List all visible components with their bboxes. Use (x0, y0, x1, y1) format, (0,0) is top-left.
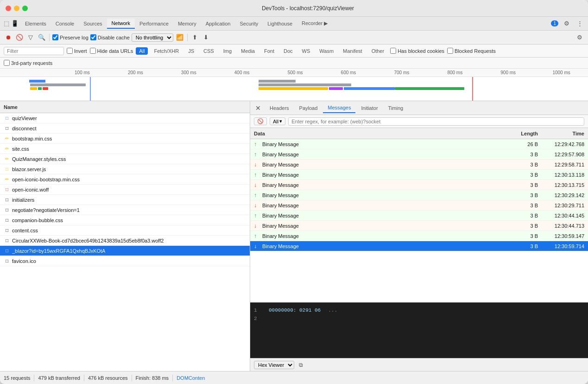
messages-table[interactable]: Data Length Time ↑ Binary Message 26 B 1… (250, 128, 588, 302)
message-row-10[interactable]: ↑ Binary Message 3 B 12:30:59.147 (250, 231, 588, 241)
main-content: Name □ quizViewer □ disconnect ✏ bootstr… (0, 101, 588, 371)
file-icon-js-blazor: □ (4, 166, 10, 173)
messages-clear-button[interactable]: 🚫 (254, 117, 267, 125)
invert-label[interactable]: Invert (67, 48, 87, 54)
file-row-blazor-js[interactable]: □ blazor.server.js (0, 164, 250, 174)
message-row-3[interactable]: ↓ Binary Message 3 B 12:29:58.711 (250, 160, 588, 170)
blocked-requests-checkbox[interactable] (447, 48, 453, 54)
message-row-5[interactable]: ↓ Binary Message 3 B 12:30:13.715 (250, 180, 588, 190)
filter-toggle-button[interactable]: ▽ (26, 33, 35, 42)
tab-lighthouse[interactable]: Lighthouse (263, 19, 297, 28)
third-party-checkbox[interactable] (4, 60, 10, 66)
message-row-6[interactable]: ↑ Binary Message 3 B 12:30:29.142 (250, 190, 588, 200)
file-row-negotiate[interactable]: □ negotiate?negotiateVersion=1 (0, 205, 250, 215)
filter-type-img[interactable]: Img (220, 47, 235, 55)
more-options-icon[interactable]: ⋮ (575, 19, 584, 28)
hide-data-urls-checkbox[interactable] (90, 48, 96, 54)
details-tab-headers[interactable]: Headers (265, 103, 294, 113)
col-time-header: Time (538, 131, 584, 136)
file-row-quizviewer[interactable]: □ quizViewer (0, 113, 250, 123)
minimize-button[interactable] (14, 6, 19, 11)
filter-type-all[interactable]: All (136, 47, 148, 55)
file-row-companion[interactable]: □ companion-bubble.css (0, 215, 250, 225)
file-list[interactable]: □ quizViewer □ disconnect ✏ bootstrap.mi… (0, 113, 250, 371)
blocked-requests-label[interactable]: Blocked Requests (447, 48, 496, 54)
filter-type-font[interactable]: Font (261, 47, 278, 55)
message-row-8[interactable]: ↑ Binary Message 3 B 12:30:44.145 (250, 211, 588, 221)
hex-copy-button[interactable]: ⧉ (296, 360, 305, 370)
tab-application[interactable]: Application (201, 19, 235, 28)
divider-4 (172, 375, 173, 381)
invert-checkbox[interactable] (67, 48, 73, 54)
filter-type-fetchxhr[interactable]: Fetch/XHR (151, 47, 182, 55)
tab-performance[interactable]: Performance (135, 19, 173, 28)
messages-filter-all[interactable]: All ▾ (270, 117, 285, 125)
details-tab-messages[interactable]: Messages (323, 103, 355, 113)
file-row-blazor-selected[interactable]: □ _blazor?id=by15wxRGFA1QxhqBJxKOtA (0, 246, 250, 256)
tab-recorder[interactable]: Recorder ▶ (297, 19, 332, 28)
file-icon-circular: □ (4, 237, 10, 244)
file-row-bootstrap-css[interactable]: ✏ bootstrap.min.css (0, 134, 250, 144)
network-conditions-icon[interactable]: 📶 (175, 33, 184, 42)
search-button[interactable]: 🔍 (37, 33, 46, 42)
details-close-button[interactable]: ✕ (254, 104, 262, 112)
export-button[interactable]: ⬇ (202, 33, 211, 42)
tab-network[interactable]: Network (107, 19, 135, 29)
filter-type-ws[interactable]: WS (299, 47, 314, 55)
tab-elements[interactable]: Elements (20, 19, 51, 28)
message-row-11[interactable]: ↓ Binary Message 3 B 12:30:59.714 (250, 241, 588, 251)
disable-cache-label[interactable]: Disable cache (90, 34, 130, 40)
filter-type-media[interactable]: Media (238, 47, 258, 55)
filter-type-css[interactable]: CSS (200, 47, 217, 55)
disable-cache-checkbox[interactable] (90, 34, 96, 40)
maximize-button[interactable] (22, 6, 28, 11)
has-blocked-cookies-label[interactable]: Has blocked cookies (390, 48, 444, 54)
clear-button[interactable]: 🚫 (15, 33, 24, 42)
file-icon-favicon: □ (4, 258, 10, 264)
hide-data-urls-label[interactable]: Hide data URLs (90, 48, 133, 54)
preserve-log-checkbox[interactable] (52, 34, 58, 40)
preserve-log-label[interactable]: Preserve log (52, 34, 89, 40)
throttle-select[interactable]: No throttling (132, 33, 173, 42)
close-button[interactable] (6, 6, 11, 11)
message-row-7[interactable]: ↓ Binary Message 3 B 12:30:29.711 (250, 200, 588, 211)
third-party-label[interactable]: 3rd-party requests (4, 60, 52, 66)
file-row-content-css[interactable]: □ content.css (0, 225, 250, 236)
record-stop-button[interactable]: ⏺ (4, 33, 13, 42)
file-row-iconic-css[interactable]: ✏ open-iconic-bootstrap.min.css (0, 174, 250, 185)
arrow-down-icon-7: ↓ (254, 202, 260, 209)
filter-type-js[interactable]: JS (185, 47, 197, 55)
hex-viewer-select[interactable]: Hex Viewer (254, 361, 294, 369)
timeline-content[interactable] (0, 77, 588, 101)
file-row-favicon[interactable]: □ favicon.ico (0, 256, 250, 266)
file-row-disconnect[interactable]: □ disconnect (0, 123, 250, 134)
settings-icon[interactable]: ⚙ (562, 19, 571, 28)
file-row-circular-woff2[interactable]: □ CircularXXWeb-Book-cd7d2bcec649b124383… (0, 236, 250, 246)
message-row-4[interactable]: ↑ Binary Message 3 B 12:30:13.118 (250, 170, 588, 180)
message-row-1[interactable]: ↑ Binary Message 26 B 12:29:42.768 (250, 139, 588, 149)
tab-security[interactable]: Security (235, 19, 263, 28)
file-row-initializers[interactable]: □ initializers (0, 195, 250, 205)
file-row-site-css[interactable]: ✏ site.css (0, 144, 250, 154)
filter-input[interactable] (4, 47, 64, 55)
import-button[interactable]: ⬆ (190, 33, 200, 42)
tab-memory[interactable]: Memory (173, 19, 201, 28)
filter-type-wasm[interactable]: Wasm (316, 47, 337, 55)
details-tab-timing[interactable]: Timing (384, 103, 408, 113)
filter-type-other[interactable]: Other (368, 47, 388, 55)
tab-sources[interactable]: Sources (79, 19, 107, 28)
details-tab-initiator[interactable]: Initiator (356, 103, 382, 113)
filter-type-doc[interactable]: Doc (280, 47, 296, 55)
devtools-device-icon: 📱 (11, 20, 19, 27)
details-tab-payload[interactable]: Payload (295, 103, 322, 113)
messages-filter-input[interactable] (288, 117, 584, 126)
message-row-9[interactable]: ↓ Binary Message 3 B 12:30:44.713 (250, 221, 588, 231)
message-row-2[interactable]: ↑ Binary Message 3 B 12:29:57.908 (250, 149, 588, 160)
settings-network-icon[interactable]: ⚙ (575, 33, 584, 42)
dom-content-link[interactable]: DOMConten (177, 375, 205, 381)
has-blocked-cookies-checkbox[interactable] (390, 48, 396, 54)
tab-console[interactable]: Console (51, 19, 79, 28)
filter-type-manifest[interactable]: Manifest (340, 47, 366, 55)
file-row-woff[interactable]: □ open-iconic.woff (0, 185, 250, 195)
file-row-quizmanager-css[interactable]: ✏ QuizManager.styles.css (0, 154, 250, 164)
